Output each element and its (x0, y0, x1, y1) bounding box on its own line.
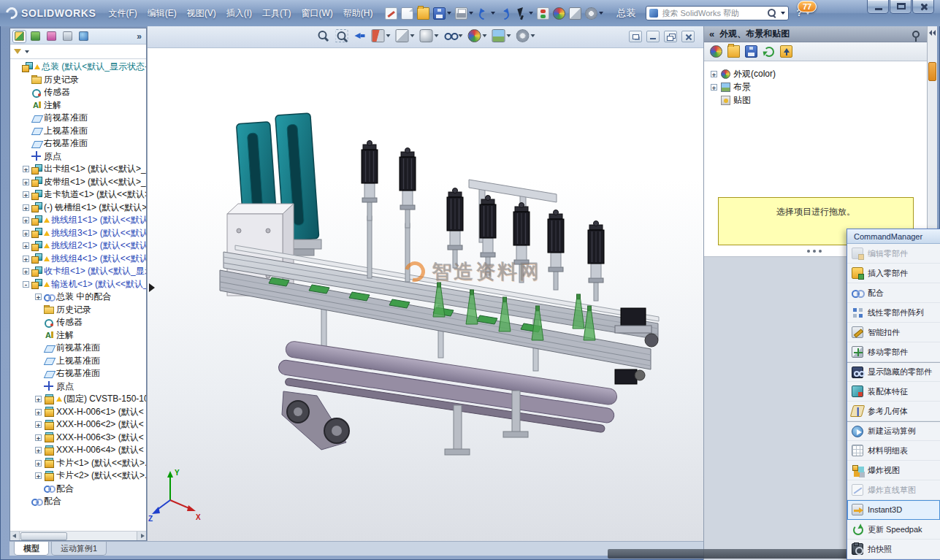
headsup-button[interactable] (492, 29, 511, 42)
expand-toggle-icon[interactable]: + (35, 409, 42, 415)
expand-toggle-icon[interactable] (35, 358, 42, 364)
expand-toggle-icon[interactable]: + (35, 294, 42, 300)
menu-item[interactable]: 插入(I) (221, 5, 257, 22)
commandmanager-item[interactable]: 智能扣件 (847, 323, 940, 342)
tree-item[interactable]: + XXX-H-006<3> (默认< (10, 431, 146, 445)
tree-item[interactable]: 上视基准面 (10, 355, 146, 368)
expand-toggle-icon[interactable] (23, 128, 29, 134)
tree-item[interactable]: 原点 (10, 380, 146, 394)
commandmanager-item[interactable]: 线性零部件阵列 (847, 303, 940, 323)
tree-item[interactable]: 总装 (默认<默认_显示状态-... (10, 61, 146, 74)
scroll-left-icon[interactable] (10, 532, 20, 540)
expand-toggle-icon[interactable] (23, 115, 29, 121)
panel-tabs-overflow-button[interactable]: » (134, 31, 144, 42)
menu-item[interactable]: 工具(T) (257, 5, 296, 22)
doc-minimize-icon[interactable] (646, 31, 660, 42)
taskpane-collapse-button[interactable]: « (709, 28, 714, 39)
3d-model-canvas[interactable]: Y X Z (148, 48, 703, 541)
tree-item[interactable]: + 总装 中的配合 (10, 291, 146, 304)
expand-toggle-icon[interactable]: + (23, 191, 29, 198)
dropdown-caret-icon[interactable] (458, 34, 462, 37)
tree-item[interactable]: + 挑线组3<1> (默认<<默认 (10, 227, 146, 240)
search-box[interactable] (646, 6, 789, 20)
tree-item[interactable]: + 卡片<1> (默认<<默认>... (10, 457, 146, 470)
expand-toggle-icon[interactable] (23, 498, 29, 505)
tree-item[interactable]: + 收卡组<1> (默认<默认_显示 (10, 265, 146, 278)
tree-item[interactable]: 注解 (10, 329, 146, 342)
tree-item[interactable]: + 出卡组<1> (默认<<默认>_显示 (10, 163, 146, 176)
headsup-button[interactable] (516, 29, 535, 42)
headsup-button[interactable] (419, 29, 438, 42)
resize-handle-dots[interactable] (807, 250, 810, 253)
tree-item[interactable]: + (-) 铣槽组<1> (默认<默认>_显示状 (10, 202, 146, 215)
expand-toggle-icon[interactable] (711, 97, 717, 104)
commandmanager-item[interactable]: 移动零部件 (847, 342, 940, 362)
commandmanager-item[interactable]: Instant3D (847, 500, 940, 520)
tree-item[interactable]: - 输送机<1> (默认<<默认_... (10, 278, 146, 291)
up-level-icon[interactable] (780, 45, 792, 58)
expand-toggle-icon[interactable]: + (35, 421, 42, 428)
dropdown-caret-icon[interactable] (447, 12, 451, 15)
expand-toggle-icon[interactable] (35, 383, 42, 390)
pin-icon[interactable] (912, 31, 920, 38)
expand-toggle-icon[interactable] (35, 486, 42, 492)
taskpane-tree-item[interactable]: + 外观(color) (704, 67, 927, 80)
taskpane-tree-item[interactable]: + 布景 (704, 80, 927, 93)
tree-item[interactable]: + XXX-H-006<2> (默认< (10, 418, 146, 431)
filter-caret-icon[interactable] (25, 50, 29, 53)
tree-item[interactable]: 上视基准面 (10, 125, 146, 138)
taskpane-tree-item[interactable]: 贴图 (704, 93, 927, 107)
toolbar-button[interactable] (497, 4, 513, 22)
expand-toggle-icon[interactable] (35, 319, 42, 326)
dropdown-caret-icon[interactable] (434, 34, 438, 37)
expand-toggle-icon[interactable] (23, 102, 29, 109)
scrollbar-collapse-icon[interactable] (929, 30, 936, 37)
tree-item[interactable]: + 走卡轨道<1> (默认<<默认>_显 (10, 188, 146, 202)
expand-toggle-icon[interactable]: + (23, 166, 29, 172)
expand-toggle-icon[interactable]: + (23, 230, 29, 237)
dropdown-caret-icon[interactable] (599, 12, 603, 15)
tree-item[interactable]: 传感器 (10, 86, 146, 99)
tree-item[interactable]: 配合 (10, 483, 146, 496)
open-folder-icon[interactable] (727, 45, 740, 58)
menu-item[interactable]: 视图(V) (182, 5, 221, 22)
expand-toggle-icon[interactable]: + (35, 460, 42, 467)
panel-tab[interactable] (28, 30, 42, 43)
toolbar-button[interactable] (551, 4, 567, 22)
minimize-button[interactable] (867, 0, 889, 14)
dropdown-caret-icon[interactable] (530, 34, 535, 37)
expand-toggle-icon[interactable]: + (23, 242, 29, 249)
expand-toggle-icon[interactable] (23, 77, 29, 83)
headsup-button[interactable] (395, 29, 414, 42)
dropdown-caret-icon[interactable] (386, 34, 390, 37)
search-input[interactable] (660, 8, 765, 18)
tree-item[interactable]: 右视基准面 (10, 137, 146, 150)
expand-toggle-icon[interactable]: + (23, 268, 29, 275)
maximize-button[interactable] (890, 0, 912, 14)
appearances-icon[interactable] (710, 45, 722, 58)
commandmanager-item[interactable]: 插入零部件 (847, 264, 940, 283)
menu-item[interactable]: 窗口(W) (296, 5, 337, 22)
tree-item[interactable]: 右视基准面 (10, 367, 146, 380)
tree-item[interactable]: + 挑线组2<1> (默认<<默认 (10, 239, 146, 253)
expand-toggle-icon[interactable] (23, 140, 29, 147)
doc-restore-icon[interactable] (664, 31, 677, 42)
expand-toggle-icon[interactable] (35, 345, 42, 351)
toolbar-button[interactable] (475, 4, 497, 22)
tree-item[interactable]: 前视基准面 (10, 342, 146, 355)
commandmanager-item[interactable]: 新建运动算例 (847, 421, 940, 441)
dropdown-caret-icon[interactable] (529, 12, 533, 15)
commandmanager-item[interactable]: 拍快照 (847, 540, 940, 559)
viewport[interactable]: Y X Z 智造资料网 (147, 26, 703, 541)
menu-item[interactable]: 帮助(H) (338, 5, 378, 22)
panel-tab[interactable] (12, 30, 26, 43)
commandmanager-item[interactable]: 装配体特征 (847, 382, 940, 402)
expand-toggle-icon[interactable] (23, 89, 29, 96)
tree-item[interactable]: + (固定) CVSTB-150-10... (10, 393, 146, 406)
tree-item[interactable]: 注解 (10, 99, 146, 112)
commandmanager-item[interactable]: 显示隐藏的零部件 (847, 362, 940, 382)
search-icon[interactable] (767, 8, 777, 18)
expand-toggle-icon[interactable]: + (23, 217, 29, 223)
commandmanager-item[interactable]: 更新 Speedpak (847, 520, 940, 540)
commandmanager-item[interactable]: 爆炸视图 (847, 461, 940, 480)
